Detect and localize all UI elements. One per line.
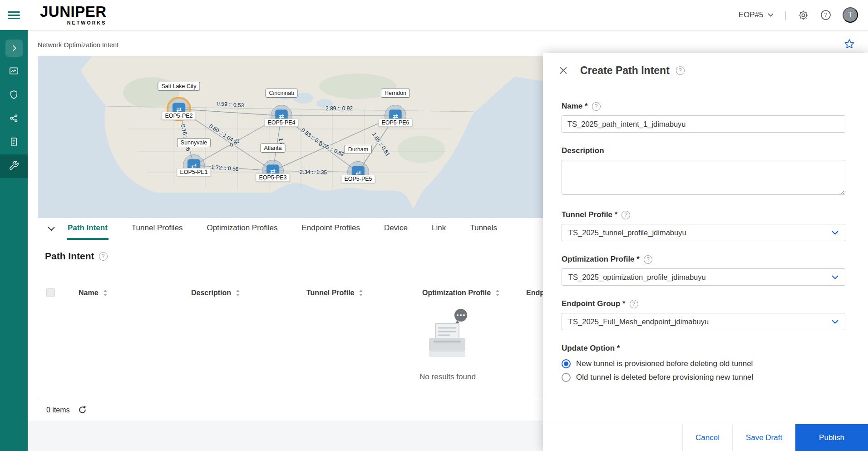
tab-tunnel-profiles[interactable]: Tunnel Profiles <box>131 218 184 240</box>
description-field: Description <box>562 146 845 197</box>
optimization-profile-select[interactable]: TS_2025_optimization_profile_jdimabuyu <box>562 268 845 286</box>
help-icon[interactable]: ? <box>676 66 685 75</box>
radio-selected-icon[interactable] <box>562 359 571 368</box>
tab-endpoint-profiles[interactable]: Endpoint Profiles <box>301 218 361 240</box>
optimization-profile-label: Optimization Profile * <box>562 255 640 264</box>
chevron-down-icon <box>832 275 838 279</box>
document-icon <box>9 137 19 149</box>
help-icon[interactable]: ? <box>99 252 108 261</box>
tunnel-profile-field: Tunnel Profile * ? TS_2025_tunnel_profil… <box>562 210 845 241</box>
top-bar: JUNIPER NETWORKS EOP#5 | ? T <box>0 0 868 30</box>
name-label: Name * <box>562 102 588 111</box>
breadcrumb: Network Optimization Intent <box>38 41 118 49</box>
user-avatar[interactable]: T <box>843 7 858 23</box>
sidebar-item-inventory[interactable] <box>0 131 28 154</box>
map-node-label: EOP5-PE3 <box>256 173 290 182</box>
map-city-label: Salt Lake City <box>158 82 200 91</box>
left-nav-sidebar <box>0 30 28 451</box>
tab-device[interactable]: Device <box>383 218 409 240</box>
drawer-header: Create Path Intent ? <box>557 64 850 77</box>
chevron-right-icon <box>5 40 23 57</box>
name-input[interactable] <box>562 115 845 133</box>
tab-link[interactable]: Link <box>431 218 447 240</box>
optimization-profile-value: TS_2025_optimization_profile_jdimabuyu <box>568 273 706 282</box>
tunnel-profile-value: TS_2025_tunnel_profile_jdimabuyu <box>568 228 686 237</box>
topology-share-icon <box>9 113 19 125</box>
description-label: Description <box>562 146 604 155</box>
radio-unselected-icon[interactable] <box>562 373 571 382</box>
refresh-icon[interactable] <box>78 406 87 414</box>
sidebar-item-security[interactable] <box>0 84 28 107</box>
avatar-initial: T <box>848 11 853 19</box>
juniper-logo: JUNIPER NETWORKS <box>40 4 107 25</box>
logo-secondary-text: NETWORKS <box>40 20 107 25</box>
help-icon[interactable]: ? <box>644 255 652 264</box>
map-node-label: EOP5-PE1 <box>177 168 211 176</box>
logo-primary-text: JUNIPER <box>40 3 107 20</box>
no-results-illustration <box>414 308 482 364</box>
name-field: Name * ? <box>562 102 845 133</box>
update-option-delete-before-new[interactable]: Old tunnel is deleted before provisionin… <box>562 373 845 382</box>
tab-path-intent[interactable]: Path Intent <box>67 218 108 240</box>
hamburger-menu-icon[interactable] <box>8 10 20 20</box>
close-icon[interactable] <box>557 64 570 77</box>
org-selector[interactable]: EOP#5 <box>739 10 774 20</box>
sort-icon[interactable] <box>236 290 240 296</box>
map-city-label: Durham <box>345 145 372 154</box>
update-option-field: Update Option * New tunnel is provisione… <box>562 344 845 382</box>
chevron-down-icon <box>832 320 838 324</box>
cancel-button[interactable]: Cancel <box>682 424 732 451</box>
select-all-checkbox[interactable] <box>46 288 55 297</box>
help-icon[interactable]: ? <box>630 300 638 308</box>
sidebar-expand-button[interactable] <box>0 36 28 60</box>
help-icon[interactable]: ? <box>592 102 601 111</box>
collapse-map-chevron-icon[interactable] <box>42 218 60 240</box>
column-header-tunnel-profile[interactable]: Tunnel Profile <box>306 282 363 303</box>
column-header-optimization-profile[interactable]: Optimization Profile <box>422 282 500 303</box>
app-root: JUNIPER NETWORKS EOP#5 | ? T <box>0 0 868 451</box>
description-input[interactable] <box>562 160 845 195</box>
chevron-down-icon <box>832 231 838 235</box>
column-header-name[interactable]: Name <box>79 282 108 303</box>
tab-tunnels[interactable]: Tunnels <box>469 218 498 240</box>
map-node-label: EOP5-PE2 <box>162 112 196 120</box>
column-label: Description <box>191 289 231 297</box>
svg-text:?: ? <box>824 12 828 18</box>
drawer-title: Create Path Intent <box>580 64 670 77</box>
update-option-label: Update Option * <box>562 344 620 353</box>
update-option-new-before-delete[interactable]: New tunnel is provisioned before deletin… <box>562 359 845 368</box>
map-node-label: EOP5-PE6 <box>378 119 412 127</box>
tunnel-profile-select[interactable]: TS_2025_tunnel_profile_jdimabuyu <box>562 224 845 241</box>
tunnel-profile-label: Tunnel Profile * <box>562 210 617 219</box>
sidebar-item-monitoring[interactable] <box>0 60 28 84</box>
topbar-divider: | <box>784 10 787 20</box>
monitoring-icon <box>9 66 19 78</box>
save-draft-button[interactable]: Save Draft <box>732 424 795 451</box>
topbar-actions: EOP#5 | ? T <box>739 0 858 30</box>
column-label: Name <box>79 289 99 297</box>
endpoint-group-label: Endpoint Group * <box>562 299 626 308</box>
radio-label: New tunnel is provisioned before deletin… <box>576 359 753 368</box>
column-header-description[interactable]: Description <box>191 282 240 303</box>
publish-button[interactable]: Publish <box>795 424 868 451</box>
map-city-label: Cincinnati <box>266 89 298 98</box>
tab-optimization-profiles[interactable]: Optimization Profiles <box>206 218 279 240</box>
help-icon[interactable]: ? <box>621 211 630 219</box>
sidebar-item-topology[interactable] <box>0 107 28 131</box>
endpoint-group-select[interactable]: TS_2025_Full_Mesh_endpoint_jdimabuyu <box>562 313 845 330</box>
sort-icon[interactable] <box>495 290 500 296</box>
endpoint-group-value: TS_2025_Full_Mesh_endpoint_jdimabuyu <box>568 317 709 326</box>
sidebar-item-tools[interactable] <box>0 154 28 178</box>
map-node-label: EOP5-PE5 <box>341 175 375 183</box>
tools-wrench-icon <box>9 160 19 173</box>
section-title-row: Path Intent ? <box>45 251 108 262</box>
chevron-down-icon <box>768 13 774 17</box>
sort-icon[interactable] <box>103 290 108 296</box>
column-label: Tunnel Profile <box>306 289 354 297</box>
settings-gear-icon[interactable] <box>798 10 809 21</box>
radio-label: Old tunnel is deleted before provisionin… <box>576 373 753 382</box>
org-selector-label: EOP#5 <box>739 10 764 20</box>
favorite-star-icon[interactable] <box>843 38 855 51</box>
help-icon[interactable]: ? <box>820 9 832 21</box>
sort-icon[interactable] <box>359 290 363 296</box>
